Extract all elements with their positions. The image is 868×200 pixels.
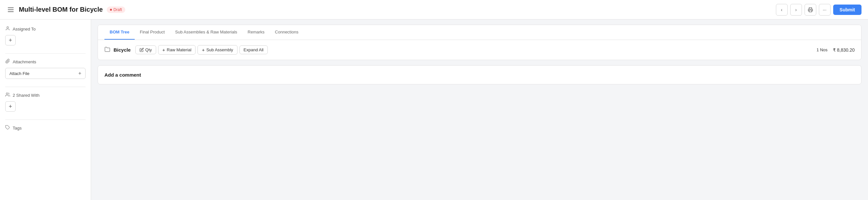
tab-bom-tree[interactable]: BOM Tree [104,25,135,40]
content-area: BOM Tree Final Product Sub Assemblies & … [91,19,868,200]
raw-material-label: Raw Material [167,47,192,52]
tab-final-product[interactable]: Final Product [135,25,170,40]
expand-all-button[interactable]: Expand All [240,45,268,54]
shared-with-label: 2 Shared With [13,93,39,98]
tags-section: Tags [5,125,86,131]
tab-remarks[interactable]: Remarks [242,25,270,40]
attachments-label: Attachments [13,59,36,64]
page-title: Multi-level BOM for Bicycle [19,6,103,13]
draft-dot-icon [110,9,112,11]
qty-button[interactable]: Qty [135,45,156,54]
header-right: ‹ › ··· Submit [776,4,862,15]
bom-card: BOM Tree Final Product Sub Assemblies & … [98,25,862,60]
comment-title: Add a comment [104,72,855,78]
bom-item-name: Bicycle [114,47,131,52]
main-layout: Assigned To + Attachments Attach File + [0,19,868,200]
assigned-to-add-button[interactable]: + [5,35,16,45]
sidebar: Assigned To + Attachments Attach File + [0,19,91,200]
bom-item-row: Bicycle Qty + Raw Material [104,45,855,54]
print-button[interactable] [805,4,816,15]
tab-sub-assemblies-raw-materials[interactable]: Sub Assemblies & Raw Materials [170,25,242,40]
attachments-icon [5,59,10,65]
submit-button[interactable]: Submit [833,5,862,15]
sidebar-divider-2 [5,87,86,87]
bom-nos: 1 Nos [816,47,828,52]
bom-right-info: 1 Nos ₹ 8,830.20 [816,47,855,52]
tabs-container: BOM Tree Final Product Sub Assemblies & … [98,25,861,40]
svg-point-2 [6,93,8,94]
attach-file-label: Attach File [9,71,29,76]
sub-assembly-label: Sub Assembly [206,47,233,52]
sidebar-divider-1 [5,53,86,53]
attach-plus-icon: + [79,71,81,76]
more-options-button[interactable]: ··· [819,4,831,15]
plus-sub-icon: + [202,47,205,52]
hamburger-icon[interactable] [6,6,15,13]
sidebar-divider-3 [5,119,86,120]
assigned-to-icon [5,26,10,32]
bom-actions: Qty + Raw Material + Sub Assembly Expand… [135,45,813,54]
prev-button[interactable]: ‹ [776,4,788,15]
attachments-section: Attachments Attach File + [5,59,86,79]
draft-badge: Draft [107,6,125,13]
expand-all-label: Expand All [244,47,264,52]
comment-card: Add a comment [98,65,862,84]
header-left: Multi-level BOM for Bicycle Draft [6,6,125,13]
shared-with-add-button[interactable]: + [5,101,16,112]
tags-label: Tags [13,126,22,130]
bom-tree-content: Bicycle Qty + Raw Material [98,40,861,60]
add-sub-assembly-button[interactable]: + Sub Assembly [197,45,237,54]
attach-file-button[interactable]: Attach File + [5,68,86,79]
draft-label: Draft [114,7,122,12]
svg-rect-0 [809,10,812,12]
next-button[interactable]: › [790,4,802,15]
bom-price: ₹ 8,830.20 [833,47,855,52]
add-raw-material-button[interactable]: + Raw Material [158,45,196,54]
shared-with-icon [5,92,10,98]
folder-icon [104,46,110,53]
shared-with-section: 2 Shared With + [5,92,86,112]
tags-icon [5,125,10,131]
assigned-to-label: Assigned To [13,27,36,32]
header: Multi-level BOM for Bicycle Draft ‹ › ··… [0,0,868,19]
plus-raw-icon: + [162,47,165,52]
qty-label: Qty [146,47,152,52]
assigned-to-section: Assigned To + [5,26,86,45]
svg-point-1 [7,27,8,28]
tab-connections[interactable]: Connections [270,25,304,40]
